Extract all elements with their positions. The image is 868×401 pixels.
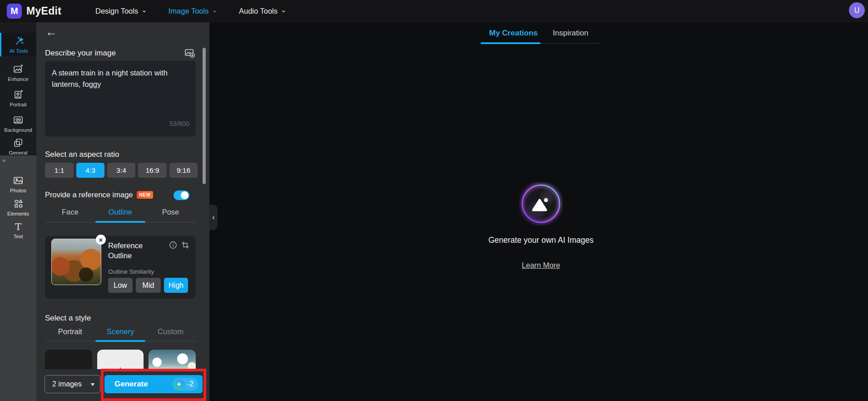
sidebar-item-elements[interactable]: Elements <box>0 195 36 219</box>
photos-icon <box>13 175 24 186</box>
sidebar-item-portrait[interactable]: Portrait <box>0 86 36 110</box>
crop-icon[interactable] <box>181 241 189 249</box>
credit-cost-pill: -2 <box>173 378 198 391</box>
char-counter: 53/800 <box>45 120 189 127</box>
tab-divider <box>541 43 600 44</box>
aspect-4-3-button[interactable]: 4:3 <box>76 163 104 178</box>
reference-label: Provide a reference image <box>45 190 133 199</box>
reference-tabs: Face Outline Pose <box>45 205 196 223</box>
credit-cost-value: -2 <box>187 380 193 388</box>
close-icon: × <box>99 236 103 244</box>
general-icon <box>13 137 24 148</box>
active-tab-underline <box>95 340 145 342</box>
elements-icon <box>13 198 24 209</box>
sidebar-item-background[interactable]: Background <box>0 112 36 135</box>
empty-state-illustration <box>519 182 563 226</box>
info-icon[interactable] <box>169 241 177 249</box>
style-label: Select a style <box>45 314 91 323</box>
reference-card-title: Reference Outline <box>108 241 167 261</box>
tab-style-portrait[interactable]: Portrait <box>45 325 95 342</box>
brand-title: MyEdit <box>26 5 61 17</box>
chevron-down-icon: ⌄ <box>281 8 287 12</box>
sidebar: AI Tools Enhance Portrait Background <box>0 22 36 401</box>
image-count-select[interactable]: 2 images ▾ <box>45 375 100 393</box>
magic-wand-icon <box>14 35 25 46</box>
ai-image-panel: ← Describe your image A steam train in a… <box>36 22 209 401</box>
myedit-app: M MyEdit Design Tools ⌄ Image Tools ⌄ Au… <box>0 0 868 401</box>
aspect-9-16-button[interactable]: 9:16 <box>169 163 198 178</box>
empty-state-title: Generate your own AI Images <box>473 236 609 245</box>
top-nav: Design Tools ⌄ Image Tools ⌄ Audio Tools… <box>95 0 287 22</box>
tab-style-custom[interactable]: Custom <box>145 325 196 342</box>
credit-coin-icon <box>174 379 184 390</box>
aspect-3-4-button[interactable]: 3:4 <box>107 163 135 178</box>
similarity-low-button[interactable]: Low <box>108 278 133 293</box>
caret-down-icon: ▾ <box>91 381 94 387</box>
sidebar-item-general[interactable]: General <box>0 135 36 158</box>
generate-button[interactable]: Generate -2 <box>104 375 203 393</box>
sidebar-add-icon[interactable]: + <box>2 156 6 164</box>
collapse-panel-handle[interactable]: ‹ <box>209 205 218 230</box>
describe-label: Describe your image <box>45 49 116 58</box>
chevron-down-icon: ⌄ <box>212 8 218 12</box>
tab-inspiration[interactable]: Inspiration <box>553 29 588 38</box>
aspect-16-9-button[interactable]: 16:9 <box>138 163 167 178</box>
sidebar-item-enhance[interactable]: Enhance <box>0 61 36 85</box>
panel-scrollbar[interactable] <box>203 48 206 184</box>
similarity-mid-button[interactable]: Mid <box>136 278 161 293</box>
reference-outline-card: × Reference Outline Outline Similarity L… <box>45 236 196 299</box>
user-avatar[interactable]: U <box>849 2 865 18</box>
background-icon <box>13 115 24 125</box>
reference-image-thumbnail[interactable] <box>51 239 101 285</box>
sidebar-item-photos[interactable]: Photos <box>0 172 36 196</box>
similarity-level-group: Low Mid High <box>108 278 188 293</box>
similarity-high-button[interactable]: High <box>164 278 188 293</box>
nav-audio-tools[interactable]: Audio Tools ⌄ <box>239 7 287 15</box>
similarity-label: Outline Similarity <box>108 268 154 275</box>
chevron-left-icon: ‹ <box>212 213 214 221</box>
tab-pose[interactable]: Pose <box>145 205 196 223</box>
tab-face[interactable]: Face <box>45 205 95 223</box>
active-tab-underline <box>95 221 145 223</box>
panel-footer: 2 images ▾ Generate -2 <box>36 369 209 401</box>
image-add-icon[interactable] <box>184 47 196 59</box>
myedit-logo-icon[interactable]: M <box>7 4 22 19</box>
portrait-icon <box>13 89 24 100</box>
reference-image-row: Provide a reference image NEW <box>45 190 196 199</box>
reference-toggle[interactable] <box>174 190 189 200</box>
sidebar-item-ai-tools[interactable]: AI Tools <box>0 33 36 56</box>
enhance-icon <box>13 64 24 75</box>
aspect-1-1-button[interactable]: 1:1 <box>45 163 74 178</box>
back-button[interactable]: ← <box>45 26 57 38</box>
star-icon <box>177 382 182 387</box>
tab-outline[interactable]: Outline <box>95 205 146 223</box>
nav-design-tools[interactable]: Design Tools ⌄ <box>95 7 147 15</box>
remove-reference-button[interactable]: × <box>96 235 106 245</box>
new-badge: NEW <box>137 191 154 199</box>
learn-more-link[interactable]: Learn More <box>473 261 609 270</box>
text-icon: T <box>15 222 21 232</box>
aspect-ratio-label: Select an aspect ratio <box>45 150 119 159</box>
nav-image-tools[interactable]: Image Tools ⌄ <box>169 7 218 15</box>
active-tab-underline <box>481 42 541 44</box>
top-bar: M MyEdit Design Tools ⌄ Image Tools ⌄ Au… <box>0 0 868 22</box>
tab-my-creations[interactable]: My Creations <box>489 29 538 38</box>
toggle-knob <box>181 191 188 199</box>
sidebar-item-text[interactable]: T Text <box>0 219 36 242</box>
aspect-ratio-group: 1:1 4:3 3:4 16:9 9:16 <box>45 163 198 178</box>
chevron-down-icon: ⌄ <box>141 8 147 12</box>
